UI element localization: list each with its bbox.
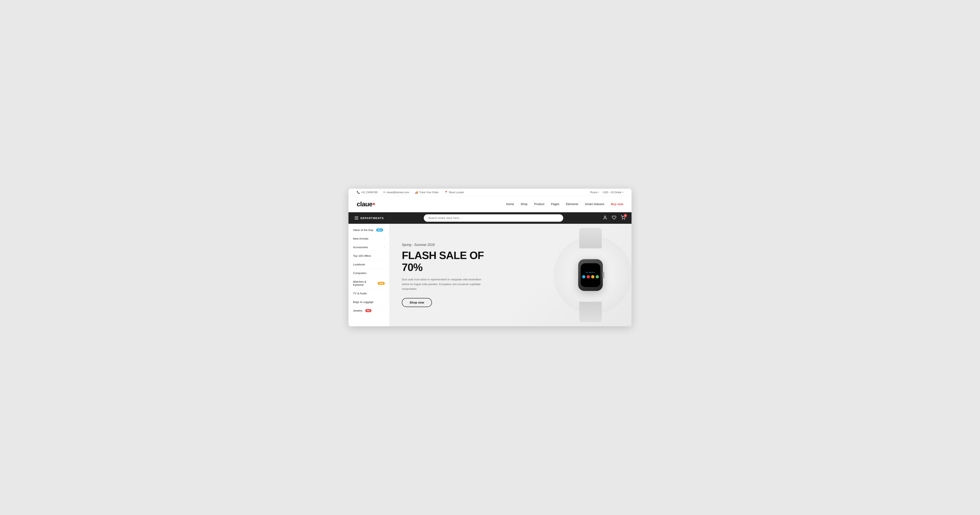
main-nav: Home Shop Product Pages Elements Smart G… xyxy=(506,202,623,206)
store-locator-link[interactable]: 📍 Store Locator xyxy=(444,191,464,194)
phone-number: +01 23456789 xyxy=(361,191,377,194)
location-icon: 📍 xyxy=(444,191,448,194)
watch-dots xyxy=(581,275,600,278)
phone-info: 📞 +01 23456789 xyxy=(357,191,377,194)
watch-dot-blue xyxy=(582,275,585,278)
sidebar-label-tv-audio: TV & Audio xyxy=(353,292,367,295)
email-address: claue@domain.com xyxy=(387,191,409,194)
sidebar-label-computers: Computers xyxy=(353,272,366,275)
watch-screen: EX WATCH xyxy=(581,263,600,287)
logo-text: claue xyxy=(357,200,372,208)
sidebar-item-accessories[interactable]: Accessories › xyxy=(348,243,389,252)
region-label: Rusia xyxy=(590,191,597,194)
top-bar: 📞 +01 23456789 ✉ claue@domain.com 🚚 Trac… xyxy=(348,189,632,196)
sidebar-item-top100[interactable]: Top 100 Offers xyxy=(348,252,389,260)
nav-home[interactable]: Home xyxy=(506,202,514,206)
sidebar-item-value-of-day[interactable]: Value of the Day New xyxy=(348,226,389,234)
wishlist-icon[interactable] xyxy=(612,215,616,221)
email-info: ✉ claue@domain.com xyxy=(383,191,409,194)
logo[interactable]: claue• xyxy=(357,200,375,208)
dark-bar: DEPARTMENTS xyxy=(348,212,632,224)
hero-watch-image: EX WATCH xyxy=(558,242,623,308)
sidebar-label-new-arrivals: New Arrivals xyxy=(353,237,368,240)
hero-description: Duis aute irure dolor in reprehenderit i… xyxy=(402,277,484,291)
browser-window: 📞 +01 23456789 ✉ claue@domain.com 🚚 Trac… xyxy=(348,189,632,326)
svg-point-0 xyxy=(604,216,606,217)
sidebar-item-new-arrivals[interactable]: New Arrivals › xyxy=(348,234,389,243)
shop-now-button[interactable]: Shop now xyxy=(402,298,432,307)
nav-shop[interactable]: Shop xyxy=(520,202,528,206)
email-icon: ✉ xyxy=(383,191,385,194)
nav-smart-glasses[interactable]: Smart Glasses xyxy=(585,202,604,206)
watch-illustration: EX WATCH xyxy=(562,244,619,306)
hamburger-icon xyxy=(355,216,358,219)
watch-dot-pink xyxy=(587,275,590,278)
watch-crown xyxy=(602,272,605,278)
sidebar-label-watches: Watches & Eyewear xyxy=(353,280,375,286)
sidebar-label-lookbook: Lookbook xyxy=(353,263,365,266)
main-content: Value of the Day New New Arrivals › Acce… xyxy=(348,224,632,326)
sidebar-item-jewelry[interactable]: Jewelry Hot xyxy=(348,307,389,315)
sidebar-label-jewelry: Jewelry xyxy=(353,309,363,312)
cart-icon[interactable]: 0 xyxy=(621,215,625,221)
track-label: Track Your Order xyxy=(419,191,439,194)
watch-body: EX WATCH xyxy=(578,259,603,291)
currency-chevron-icon: ▾ xyxy=(622,191,623,193)
track-icon: 🚚 xyxy=(415,191,418,194)
sidebar-item-tv-audio[interactable]: TV & Audio xyxy=(348,289,389,298)
sidebar-label-bags: Bags & Luggage xyxy=(353,300,374,304)
store-label: Store Locator xyxy=(449,191,464,194)
top-bar-right: Rusia ▾ USD - US Dollar ▾ xyxy=(590,191,623,194)
sidebar-item-watches[interactable]: Watches & Eyewear Sale xyxy=(348,278,389,289)
region-chevron-icon: ▾ xyxy=(598,191,599,193)
nav-product[interactable]: Product xyxy=(534,202,544,206)
watch-brand: EX WATCH xyxy=(586,272,595,273)
currency-label: USD - US Dollar xyxy=(603,191,622,194)
hero-text-block: Spring - Summer 2016 FLASH SALE OF 70% D… xyxy=(402,243,496,307)
logo-dot: • xyxy=(373,200,375,208)
chevron-right-icon-2: › xyxy=(384,246,385,249)
watch-band-top xyxy=(579,228,602,248)
badge-hot: Hot xyxy=(365,309,372,312)
watch-dot-yellow xyxy=(591,275,594,278)
user-icon[interactable] xyxy=(603,215,607,221)
sidebar-item-computers[interactable]: Computers xyxy=(348,269,389,278)
sidebar-item-lookbook[interactable]: Lookbook xyxy=(348,260,389,269)
svg-point-2 xyxy=(624,219,625,219)
nav-pages[interactable]: Pages xyxy=(551,202,559,206)
dark-bar-icons: 0 xyxy=(597,212,632,224)
phone-icon: 📞 xyxy=(357,191,360,194)
departments-button[interactable]: DEPARTMENTS xyxy=(348,212,390,224)
sidebar: Value of the Day New New Arrivals › Acce… xyxy=(348,224,390,326)
region-dropdown[interactable]: Rusia ▾ xyxy=(590,191,599,194)
departments-label: DEPARTMENTS xyxy=(360,216,384,220)
nav-buy-now[interactable]: Buy now xyxy=(611,202,623,206)
track-order-link[interactable]: 🚚 Track Your Order xyxy=(415,191,439,194)
watch-band-bottom xyxy=(579,302,602,322)
svg-point-1 xyxy=(622,219,623,219)
watch-dot-green xyxy=(596,275,599,278)
nav-elements[interactable]: Elements xyxy=(566,202,578,206)
sidebar-item-bags[interactable]: Bags & Luggage xyxy=(348,298,389,307)
top-bar-left: 📞 +01 23456789 ✉ claue@domain.com 🚚 Trac… xyxy=(357,191,464,194)
search-input[interactable] xyxy=(424,214,563,222)
badge-new: New xyxy=(376,229,383,232)
badge-sale: Sale xyxy=(378,282,385,285)
sidebar-label-value-of-day: Value of the Day xyxy=(353,229,373,232)
header: claue• Home Shop Product Pages Elements … xyxy=(348,196,632,212)
chevron-right-icon: › xyxy=(384,237,385,240)
sidebar-label-accessories: Accessories xyxy=(353,246,368,249)
currency-dropdown[interactable]: USD - US Dollar ▾ xyxy=(603,191,623,194)
hero-subtitle: Spring - Summer 2016 xyxy=(402,243,496,247)
search-area xyxy=(390,212,597,224)
hero-banner: Spring - Summer 2016 FLASH SALE OF 70% D… xyxy=(390,224,632,326)
cart-count-badge: 0 xyxy=(624,214,627,217)
sidebar-label-top100: Top 100 Offers xyxy=(353,254,371,258)
search-box xyxy=(424,214,563,222)
hero-title: FLASH SALE OF 70% xyxy=(402,250,496,273)
